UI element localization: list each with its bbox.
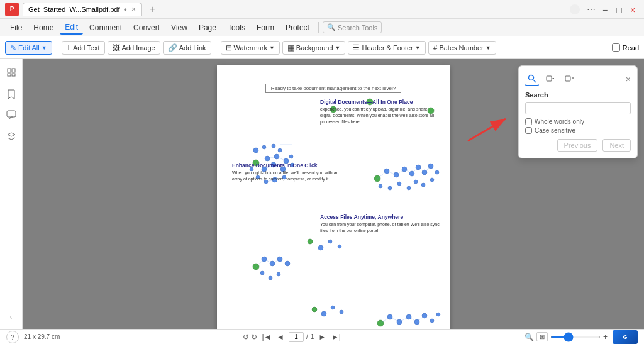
title-bar-right: ⋯ − □ × [570, 3, 639, 16]
sidebar-expand-icon[interactable]: › [8, 312, 14, 324]
watermark-button[interactable]: ⊟ Watermark ▼ [221, 41, 280, 55]
menu-page[interactable]: Page [194, 21, 221, 34]
active-tab[interactable]: Get_Started_W...Smallpdf.pdf ● × [23, 3, 142, 16]
sidebar-icon-comments[interactable] [3, 107, 19, 123]
whole-words-checkbox[interactable] [525, 118, 532, 125]
search-nav-buttons: Previous Next [525, 139, 631, 152]
svg-point-92 [312, 307, 317, 312]
read-checkbox-input[interactable] [612, 43, 620, 52]
search-tools-icon: 🔍 [327, 23, 336, 31]
first-page-button[interactable]: |◄ [261, 331, 272, 343]
toolbar-sep-2 [216, 41, 216, 55]
svg-point-64 [277, 272, 280, 276]
last-page-button[interactable]: ►| [330, 331, 341, 343]
previous-button[interactable]: Previous [557, 139, 598, 152]
svg-point-58 [262, 257, 267, 262]
svg-rect-4 [7, 111, 16, 117]
minimize-button[interactable]: − [602, 5, 611, 14]
sidebar-icon-pages[interactable] [3, 64, 19, 80]
page-number-input[interactable] [289, 332, 304, 342]
svg-rect-95 [547, 76, 552, 81]
next-page-button[interactable]: ► [316, 331, 328, 343]
whole-words-option: Whole words only [525, 118, 631, 125]
fit-page-button[interactable]: ⊞ [536, 332, 548, 341]
rotate-right-icon[interactable]: ↻ [251, 333, 257, 341]
svg-point-93 [529, 75, 534, 80]
svg-rect-96 [565, 76, 570, 81]
svg-line-76 [380, 317, 390, 323]
svg-point-70 [397, 319, 402, 325]
menu-file[interactable]: File [5, 21, 27, 34]
menu-view[interactable]: View [166, 21, 192, 34]
search-panel-replace-icon[interactable] [544, 72, 558, 86]
profile-avatar[interactable] [570, 4, 580, 14]
search-panel-search-icon[interactable] [525, 72, 539, 86]
left-sidebar: › [0, 59, 23, 329]
add-text-button[interactable]: T Add Text [62, 41, 105, 55]
svg-point-75 [436, 313, 440, 316]
sidebar-icon-bookmarks[interactable] [3, 86, 19, 102]
document-area: Ready to take document management to the… [23, 59, 644, 329]
background-button[interactable]: ▦ Background ▼ [282, 41, 346, 55]
read-checkbox[interactable]: Read [612, 43, 639, 52]
add-link-icon: 🔗 [168, 43, 177, 52]
tab-close-icon[interactable]: × [131, 5, 136, 14]
svg-rect-2 [8, 74, 11, 76]
search-panel-options-icon[interactable] [563, 72, 577, 86]
menu-comment[interactable]: Comment [84, 21, 127, 34]
search-panel-close-button[interactable]: × [626, 74, 631, 84]
tab-unsaved-dot: ● [124, 6, 127, 13]
title-bar: P Get_Started_W...Smallpdf.pdf ● × + ⋯ −… [0, 0, 644, 19]
svg-point-68 [377, 320, 384, 326]
svg-line-79 [409, 317, 417, 322]
bates-number-dropdown-icon[interactable]: ▼ [486, 45, 491, 51]
svg-rect-3 [12, 74, 15, 76]
menu-form[interactable]: Form [252, 21, 279, 34]
search-input[interactable] [525, 102, 631, 114]
add-link-button[interactable]: 🔗 Add Link [163, 41, 211, 55]
header-footer-button[interactable]: ☰ Header & Footer ▼ [348, 41, 425, 55]
edit-all-button[interactable]: ✎ Edit All ▼ [5, 41, 52, 55]
zoom-in-icon[interactable]: + [603, 333, 608, 341]
menu-edit[interactable]: Edit [60, 21, 83, 35]
settings-icon[interactable]: ⋯ [585, 3, 597, 16]
bates-number-button[interactable]: # Bates Number ▼ [428, 41, 496, 55]
maximize-button[interactable]: □ [616, 5, 625, 14]
svg-point-59 [270, 261, 275, 266]
brand-logo: G [613, 330, 638, 344]
new-tab-button[interactable]: + [145, 3, 159, 16]
pdf-section2: Enhance Documents in One Click When you … [232, 162, 441, 182]
help-button[interactable]: ? [6, 331, 19, 343]
header-footer-icon: ☰ [353, 43, 360, 52]
background-dropdown-icon[interactable]: ▼ [335, 45, 341, 51]
menu-protect[interactable]: Protect [280, 21, 314, 34]
header-footer-dropdown-icon[interactable]: ▼ [415, 45, 421, 51]
add-image-button[interactable]: 🖼 Add Image [108, 41, 160, 55]
watermark-dropdown-icon[interactable]: ▼ [269, 45, 275, 51]
case-sensitive-checkbox[interactable] [525, 127, 532, 134]
pdf-section1-title: Digital Documents—All In One Place [320, 99, 441, 105]
menu-tools[interactable]: Tools [223, 21, 250, 34]
edit-all-dropdown-icon[interactable]: ▼ [42, 45, 47, 51]
menu-convert[interactable]: Convert [128, 21, 165, 34]
status-bar: ? 21 x 29.7 cm ↺ ↻ |◄ ◄ / 1 ► ►| 🔍 ⊞ + G [0, 329, 644, 344]
prev-page-button[interactable]: ◄ [275, 331, 286, 343]
search-tools-field[interactable]: 🔍 Search Tools [323, 21, 382, 33]
rotate-controls: ↺ ↻ [243, 333, 257, 341]
svg-line-66 [264, 259, 272, 264]
rotate-left-icon[interactable]: ↺ [243, 333, 249, 341]
zoom-slider[interactable] [550, 336, 601, 338]
svg-point-62 [260, 271, 264, 275]
menu-home[interactable]: Home [28, 21, 58, 34]
sidebar-icon-layers[interactable] [3, 128, 19, 145]
bates-number-icon: # [433, 43, 438, 52]
pdf-title-text: Ready to take document management to the… [265, 84, 401, 93]
watermark-icon: ⊟ [226, 43, 232, 52]
sidebar-expand-wrapper: › [0, 312, 22, 324]
svg-point-63 [269, 276, 272, 280]
next-button[interactable]: Next [602, 139, 631, 152]
menu-bar: File Home Edit Comment Convert View Page… [0, 19, 644, 36]
main-layout: › [0, 59, 644, 329]
close-button[interactable]: × [630, 5, 639, 14]
zoom-out-icon[interactable]: 🔍 [525, 333, 534, 341]
